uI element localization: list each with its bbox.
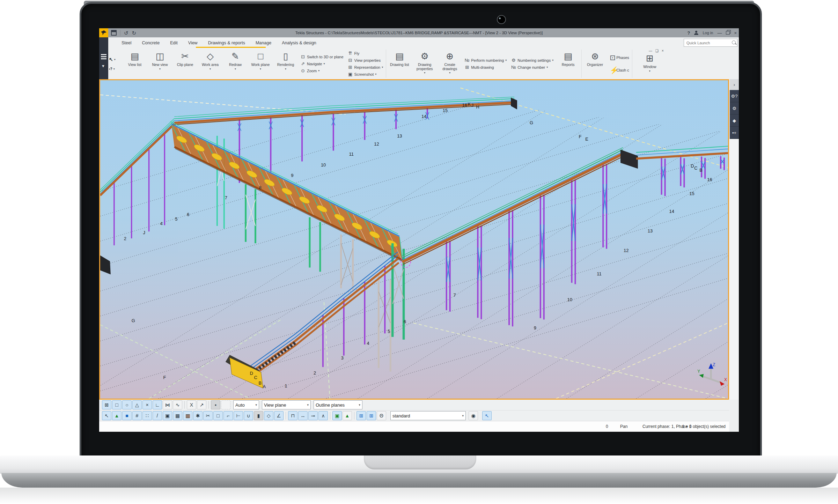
redraw-button[interactable]: ✎Redraw▾ [223, 48, 248, 79]
ribbon-restore-icon[interactable]: ❑ [655, 49, 659, 53]
select-bolts[interactable]: ⊢ [234, 411, 243, 420]
tab-steel[interactable]: Steel [122, 40, 132, 45]
snap-mode-select[interactable]: Auto▾ [233, 400, 259, 409]
snap-extension-lines[interactable]: ⋈ [163, 400, 172, 409]
search-icon[interactable] [732, 40, 736, 44]
select-reinforcing-bars[interactable]: ⊓ [288, 411, 297, 420]
mesh-filter[interactable]: ◉ [469, 411, 478, 420]
ribbon-close-icon[interactable]: × [662, 49, 664, 53]
select-clock-filter[interactable]: Θ [377, 411, 386, 420]
components-catalog-button[interactable]: ▪+ [730, 127, 739, 139]
work-area-button[interactable]: ◇Work area▾ [198, 48, 223, 79]
svg-text:12: 12 [624, 248, 628, 253]
select-welds[interactable]: ✱ [193, 411, 203, 420]
phases-button[interactable]: ⊡Phases [610, 52, 629, 64]
select-drawing-objects[interactable]: ▲ [343, 411, 352, 420]
drawing-properties-button[interactable]: ⚙Drawing properties▾ [412, 48, 437, 79]
snap-line-midpoints[interactable]: ∿ [173, 400, 182, 409]
rendering-button[interactable]: ▯Rendering▾ [273, 48, 298, 79]
reports-button[interactable]: ▤Reports [556, 48, 581, 79]
select-distances[interactable]: ∠ [274, 411, 284, 420]
select-drawings[interactable]: ▣ [332, 411, 342, 420]
change-number-button[interactable]: №Change number▾ [511, 64, 553, 71]
snap-perpendicular[interactable]: ∟ [153, 400, 162, 409]
multi-drawing-button[interactable]: ⊞Multi-drawing [464, 64, 507, 71]
navigate-button[interactable]: ⇗Navigate▾ [300, 61, 344, 67]
numbering-settings-button[interactable]: ⚙Numbering settings▾ [511, 57, 553, 64]
snap-any-position[interactable]: △ [132, 400, 142, 409]
grid-filter-a[interactable]: ⊞ [356, 411, 366, 420]
select-grids[interactable]: # [132, 411, 142, 420]
select-surfaces[interactable]: ◇ [264, 411, 273, 420]
select-parts[interactable]: ■ [122, 411, 132, 420]
plane-type-select[interactable]: Outline planes▾ [314, 400, 362, 409]
drawing-list-button[interactable]: ▤Drawing list [387, 48, 412, 79]
svg-text:6: 6 [187, 212, 189, 217]
selection-filter-select[interactable]: standard▾ [390, 411, 466, 420]
select-fittings[interactable]: ⌐ [223, 411, 233, 420]
macros-button[interactable]: ⚙? [730, 90, 739, 102]
tab-analysis-design[interactable]: Analysis & design [282, 40, 316, 45]
select-all[interactable]: ↖ [102, 411, 111, 420]
hamburger-menu-icon[interactable] [101, 53, 106, 60]
clash-check-button[interactable]: ⚡Clash c [610, 64, 629, 76]
tab-drawings-reports[interactable]: Drawings & reports [208, 40, 245, 45]
select-rebar-legs[interactable]: ∧ [318, 411, 328, 420]
login-button[interactable]: Log in [703, 31, 713, 35]
rail-collapse-icon[interactable]: ▼ [101, 64, 105, 68]
organizer-button[interactable]: ⊛Organizer [582, 48, 608, 79]
select-components[interactable]: ▲ [112, 411, 122, 420]
tab-view[interactable]: View [188, 40, 198, 45]
tab-concrete[interactable]: Concrete [142, 40, 160, 45]
settings-button[interactable]: ⚙ [730, 102, 739, 114]
select-lines[interactable]: / [153, 411, 162, 420]
create-drawings-button[interactable]: ⊕Create drawings▾ [437, 48, 462, 79]
select-objects-in-components[interactable]: ▣ [163, 411, 172, 420]
restore-button[interactable] [726, 31, 730, 35]
snap-depth-toggle[interactable]: ▪ [211, 400, 220, 409]
select-rebar-sets[interactable]: ↔ [298, 411, 308, 420]
drag-and-drop[interactable]: ↖ [482, 411, 492, 420]
screenshot-button[interactable]: ▣Screenshot▾ [348, 71, 383, 77]
new-view-button[interactable]: ◫New view▾ [147, 48, 172, 79]
perform-numbering-button[interactable]: №Perform numbering▾ [464, 57, 507, 64]
pointer-tool[interactable]: ↖▾ [109, 57, 122, 62]
tab-manage[interactable]: Manage [256, 40, 271, 45]
fly-button[interactable]: ⇈Fly [348, 50, 383, 57]
snap-reference-points[interactable]: ⊠ [102, 400, 111, 409]
snap-nearest-points[interactable]: ○ [122, 400, 132, 409]
quick-launch-input[interactable] [686, 39, 729, 46]
view-list-button[interactable]: ▤View list [122, 48, 147, 79]
zoom-button[interactable]: ⊙Zoom▾ [300, 68, 344, 74]
help-icon[interactable]: ? [687, 31, 690, 35]
snap-override-area[interactable] [221, 400, 230, 409]
close-button[interactable]: × [734, 31, 737, 35]
switch-3d-plane-button[interactable]: ⊡Switch to 3D or plane [300, 54, 344, 60]
snap-intersections[interactable]: × [142, 400, 152, 409]
select-cuts[interactable]: ✂ [203, 411, 213, 420]
select-plane[interactable]: ▮ [254, 411, 263, 420]
view-properties-button[interactable]: ⊟View properties [348, 57, 383, 64]
tab-edit[interactable]: Edit [170, 40, 178, 45]
minimize-button[interactable]: — [717, 31, 722, 35]
snap-free-direction[interactable]: ↗ [197, 400, 206, 409]
representation-button[interactable]: ⊞Representation▾ [348, 64, 383, 71]
model-viewport[interactable]: 2J45678910111213141516KJHGFEGF1234567DCB… [99, 79, 729, 400]
snap-points-on-line[interactable]: X [187, 400, 196, 409]
grid-filter-b[interactable]: ⊞ [367, 411, 376, 420]
work-plane-button[interactable]: □Work plane▾ [248, 48, 273, 79]
view-plane-select[interactable]: View plane▾ [262, 400, 311, 409]
clip-plane-button[interactable]: ✂Clip plane [172, 48, 198, 79]
select-assemblies[interactable]: ▦ [173, 411, 182, 420]
status-selection: 1 + 0 object(s) selected [682, 424, 726, 429]
select-views[interactable]: □ [213, 411, 223, 420]
select-rebar-nodes[interactable]: ⊸ [308, 411, 318, 420]
snap-geometry-points[interactable]: □ [112, 400, 122, 409]
inquire-tool[interactable]: ▪?▾ [109, 67, 122, 71]
select-objects-in-assemblies[interactable]: ▥ [183, 411, 192, 420]
select-single-objects[interactable]: ∪ [244, 411, 253, 420]
panel-expand-button[interactable]: › [730, 79, 739, 90]
ribbon-minimize-icon[interactable]: — [649, 49, 652, 53]
reference-models-button[interactable]: ◆ [730, 114, 739, 127]
select-grid-points[interactable]: ∷ [142, 411, 152, 420]
